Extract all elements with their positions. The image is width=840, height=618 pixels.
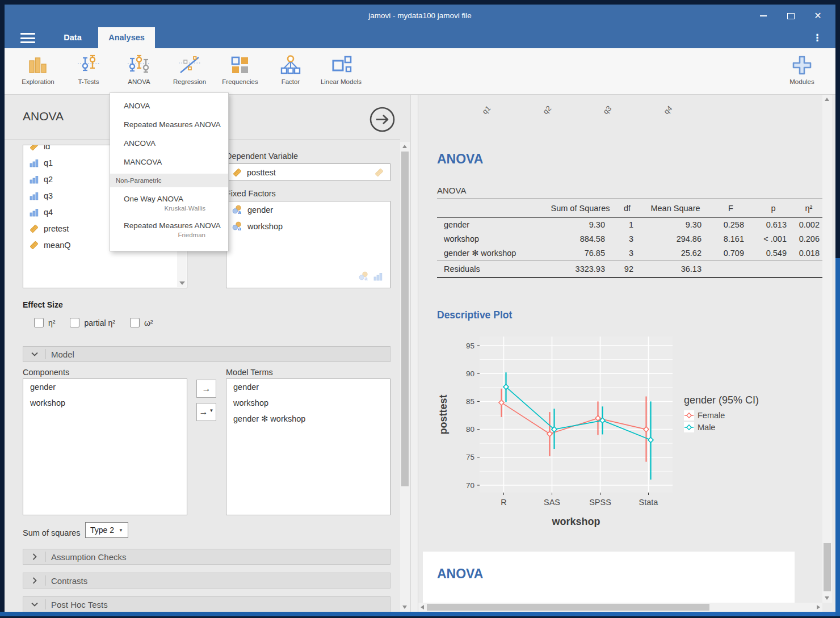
continuous-type-watermark-icon <box>374 167 384 180</box>
checkbox-icon <box>130 318 140 327</box>
model-term[interactable]: gender ✻ workshop <box>226 411 390 427</box>
rotated-column-label: q2 <box>541 104 553 116</box>
dropdown-caret-icon: ▼ <box>119 528 123 533</box>
ribbon-button-anova[interactable]: ANOVA <box>114 53 164 90</box>
tab-data[interactable]: Data <box>47 27 98 48</box>
component-gender[interactable]: gender <box>23 379 187 395</box>
svg-text:90: 90 <box>466 369 474 378</box>
effect-size-checkbox-1[interactable]: partial η² <box>70 318 115 327</box>
model-terms-label: Model Terms <box>226 368 273 377</box>
component-workshop[interactable]: workshop <box>23 395 187 411</box>
results-horizontal-scrollbar[interactable] <box>418 603 822 612</box>
continuous-variable-icon <box>374 167 384 178</box>
svg-text:a: a <box>238 208 241 215</box>
continuous-variable-icon <box>29 145 39 152</box>
model-section-header[interactable]: Model <box>23 346 390 362</box>
maximize-button[interactable] <box>778 5 804 27</box>
hide-options-button[interactable] <box>369 106 396 133</box>
scroll-up-icon[interactable] <box>825 98 829 101</box>
window-frame-accent <box>0 612 840 616</box>
close-icon: ✕ <box>814 11 821 20</box>
legend-item-female: Female <box>684 410 759 421</box>
section-assumption-checks[interactable]: Assumption Checks <box>23 549 390 565</box>
rotated-column-label: q3 <box>601 104 613 116</box>
scroll-down-icon[interactable] <box>179 281 185 285</box>
right-arrow-icon: → <box>199 407 208 417</box>
nominal-variable-icon: a <box>359 271 369 281</box>
ribbon-button-regression[interactable]: Regression <box>165 53 215 90</box>
menu-item-anova[interactable]: ANOVA <box>110 96 228 115</box>
sum-of-squares-label: Sum of squares <box>23 525 81 541</box>
effect-size-options: η²partial η²ω² <box>34 318 153 327</box>
scroll-down-icon[interactable] <box>402 606 407 609</box>
jamovi-window: jamovi - mydata100 jamovi file ✕ Data An… <box>5 5 835 612</box>
legend-key-icon <box>684 422 694 432</box>
model-term[interactable]: gender <box>226 379 390 395</box>
legend-item-male: Male <box>684 422 759 433</box>
results-panel: q1q2q3q4 ANOVA ANOVA Sum of SquaresdfMea… <box>418 95 835 612</box>
menu-item-repeated-measures-anova[interactable]: Repeated Measures ANOVA Friedman <box>110 216 228 243</box>
minimize-icon <box>760 15 767 16</box>
tab-bar: Data Analyses ⋮ <box>5 27 835 48</box>
variable-workshop[interactable]: aworkshop <box>226 218 390 234</box>
ribbon-button-factor[interactable]: Factor <box>266 53 316 90</box>
ribbon-button-linear-models[interactable]: Linear Models <box>316 53 366 90</box>
components-list[interactable]: genderworkshop <box>23 379 187 515</box>
rotated-column-label: q4 <box>662 104 674 116</box>
modules-button[interactable]: Modules <box>777 53 827 90</box>
add-interaction-button[interactable]: →▼ <box>196 403 216 421</box>
model-term[interactable]: workshop <box>226 395 390 411</box>
effect-size-label: Effect Size <box>23 300 63 309</box>
ribbon-button-exploration[interactable]: Exploration <box>13 53 63 90</box>
close-button[interactable]: ✕ <box>805 5 831 27</box>
window-title: jamovi - mydata100 jamovi file <box>5 5 835 27</box>
model-terms-list[interactable]: genderworkshopgender ✻ workshop <box>226 379 390 515</box>
ribbon-button-t-tests[interactable]: T-Tests <box>64 53 114 90</box>
legend-title: gender (95% CI) <box>684 394 759 406</box>
more-options-icon[interactable]: ⋮ <box>810 31 824 45</box>
effect-size-checkbox-2[interactable]: ω² <box>130 318 153 327</box>
rotated-column-label: q1 <box>480 104 492 116</box>
hamburger-menu-icon[interactable] <box>20 32 37 44</box>
menu-item-one-way-anova[interactable]: One Way ANOVA Kruskal-Wallis <box>110 190 228 216</box>
dropdown-caret-icon: ▼ <box>209 408 214 413</box>
continuous-variable-icon <box>29 224 39 234</box>
menu-item-mancova[interactable]: MANCOVA <box>110 153 228 171</box>
section-post-hoc-tests[interactable]: Post Hoc Tests <box>23 596 390 612</box>
results-vertical-scrollbar[interactable] <box>822 95 832 603</box>
section-contrasts[interactable]: Contrasts <box>23 573 390 588</box>
scroll-right-icon[interactable] <box>817 605 820 609</box>
svg-text:Stata: Stata <box>639 498 659 507</box>
ribbon-button-frequencies[interactable]: Frequencies <box>215 53 265 90</box>
modules-plus-icon <box>791 54 813 77</box>
options-scrollbar[interactable] <box>400 142 410 612</box>
scroll-left-icon[interactable] <box>421 605 424 609</box>
variable-posttest[interactable]: posttest <box>226 164 390 180</box>
ordinal-variable-icon <box>29 191 39 201</box>
tab-analyses[interactable]: Analyses <box>98 27 155 48</box>
menu-item-ancova[interactable]: ANCOVA <box>110 134 228 153</box>
svg-text:75: 75 <box>466 453 474 461</box>
nominal-variable-icon: a <box>232 221 243 232</box>
scroll-down-icon[interactable] <box>825 596 829 600</box>
variable-gender[interactable]: agender <box>226 201 390 218</box>
dependent-variable-box[interactable]: posttest <box>226 163 390 181</box>
panel-splitter[interactable] <box>410 95 418 612</box>
scroll-up-icon[interactable] <box>402 145 407 148</box>
continuous-variable-icon <box>232 167 242 178</box>
regression-icon <box>178 54 201 77</box>
effect-size-checkbox-0[interactable]: η² <box>34 318 55 327</box>
minimize-button[interactable] <box>750 5 776 27</box>
continuous-variable-icon <box>29 240 39 250</box>
svg-text:85: 85 <box>466 397 474 406</box>
sum-of-squares-select[interactable]: Type 2 ▼ <box>85 522 128 538</box>
descriptive-plot-heading: Descriptive Plot <box>437 309 512 321</box>
right-arrow-icon: → <box>202 384 211 394</box>
add-term-button[interactable]: → <box>196 380 216 398</box>
menu-item-repeated-measures-anova[interactable]: Repeated Measures ANOVA <box>110 115 228 134</box>
fixed-factors-box[interactable]: agenderaworkshopa <box>226 201 390 288</box>
window-frame-accent <box>835 258 840 616</box>
nominal-variable-icon: a <box>232 205 243 215</box>
new-analysis-card[interactable]: ANOVA <box>423 552 795 603</box>
factor-icon <box>279 54 302 77</box>
